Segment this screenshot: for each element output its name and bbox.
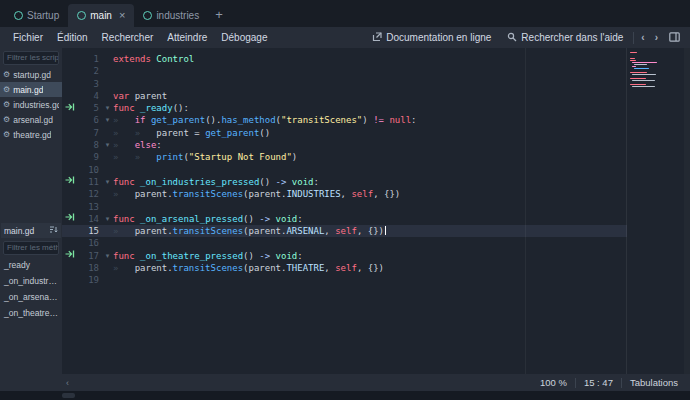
code-line-9[interactable]: 9»»print("Startup Not Found") <box>62 151 627 163</box>
code-text[interactable]: »if get_parent().has_method("transitScen… <box>113 114 417 126</box>
code-line-10[interactable]: 10 <box>62 164 627 176</box>
menu-atteindre[interactable]: Atteindre <box>160 31 214 44</box>
scripts-filter-input[interactable]: Filtrer les scripts <box>3 51 59 65</box>
code-editor[interactable]: 1extends Control234var parent5▾func _rea… <box>62 48 690 374</box>
code-text[interactable]: »parent.transitScenes(parent.ARSENAL, se… <box>113 225 386 237</box>
fold-arrow-icon[interactable]: ▾ <box>102 139 113 151</box>
gutter-breakpoint-area[interactable] <box>62 176 78 188</box>
gutter-breakpoint-area[interactable] <box>62 274 78 286</box>
vertical-scrollbar[interactable] <box>684 48 690 374</box>
gutter-breakpoint-area[interactable] <box>62 78 78 90</box>
sort-methods-icon[interactable] <box>49 225 58 236</box>
bottom-panel-chip[interactable] <box>62 393 75 398</box>
code-line-2[interactable]: 2 <box>62 65 627 77</box>
code-line-17[interactable]: 17▾func _on_theatre_pressed() -> void: <box>62 250 627 262</box>
script-item-industries-gd[interactable]: ⚙industries.gd <box>0 97 62 112</box>
new-tab-button[interactable]: + <box>208 7 230 22</box>
panel-toggle-button[interactable] <box>663 32 684 44</box>
methods-filter-input[interactable]: Filtrer les méthodes <box>3 241 59 255</box>
code-text[interactable]: func _on_arsenal_pressed() -> void: <box>113 213 303 225</box>
fold-arrow-icon[interactable]: ▾ <box>102 250 113 262</box>
script-gear-icon: ⚙ <box>3 116 10 124</box>
code-line-6[interactable]: 6▾»if get_parent().has_method("transitSc… <box>62 114 627 126</box>
code-line-15[interactable]: 15»parent.transitScenes(parent.ARSENAL, … <box>62 225 627 237</box>
hscroll-left-arrow-icon[interactable]: ‹ <box>66 378 69 388</box>
menu-edition[interactable]: Édition <box>50 31 95 44</box>
code-text[interactable]: »»parent = get_parent() <box>113 127 270 139</box>
signal-connection-icon[interactable] <box>65 102 75 115</box>
fold-arrow-icon[interactable]: ▾ <box>102 176 113 188</box>
code-text[interactable]: func _on_industries_pressed() -> void: <box>113 176 319 188</box>
code-line-7[interactable]: 7»»parent = get_parent() <box>62 127 627 139</box>
code-text[interactable]: extends Control <box>113 53 194 65</box>
code-text[interactable]: »parent.transitScenes(parent.THEATRE, se… <box>113 262 384 274</box>
code-text[interactable]: var parent <box>113 90 167 102</box>
minimap-divider[interactable] <box>626 48 627 374</box>
code-text[interactable]: »parent.transitScenes(parent.INDUSTRIES,… <box>113 188 400 200</box>
script-item-startup-gd[interactable]: ⚙startup.gd <box>0 67 62 82</box>
code-text[interactable]: func _on_theatre_pressed() -> void: <box>113 250 303 262</box>
fold-arrow-icon[interactable]: ▾ <box>102 114 113 126</box>
method-item-on-theatre-pressed[interactable]: _on_theatre_pressed <box>0 305 62 321</box>
method-item-on-arsenal-pressed[interactable]: _on_arsenal_pressed <box>0 289 62 305</box>
script-item-arsenal-gd[interactable]: ⚙arsenal.gd <box>0 112 62 127</box>
signal-connection-icon[interactable] <box>65 175 75 188</box>
code-text[interactable]: »else: <box>113 139 162 151</box>
script-gear-icon: ⚙ <box>3 71 10 79</box>
code-text[interactable]: »»print("Startup Not Found") <box>113 151 297 163</box>
code-line-3[interactable]: 3 <box>62 78 627 90</box>
gutter-breakpoint-area[interactable] <box>62 127 78 139</box>
method-item-ready[interactable]: _ready <box>0 257 62 273</box>
tab-close-icon[interactable]: × <box>119 10 125 21</box>
code-line-18[interactable]: 18»parent.transitScenes(parent.THEATRE, … <box>62 262 627 274</box>
signal-connection-icon[interactable] <box>65 212 75 225</box>
gutter-breakpoint-area[interactable] <box>62 237 78 249</box>
minimap[interactable] <box>630 52 656 90</box>
code-line-13[interactable]: 13 <box>62 201 627 213</box>
menu-rechercher[interactable]: Rechercher <box>95 31 161 44</box>
zoom-level[interactable]: 100 % <box>532 377 575 388</box>
history-back-button[interactable]: ‹ <box>636 32 649 43</box>
gutter-breakpoint-area[interactable] <box>62 262 78 274</box>
tab-startup[interactable]: Startup <box>5 4 68 27</box>
script-item-theatre-gd[interactable]: ⚙theatre.gd <box>0 127 62 142</box>
fold-arrow-icon[interactable]: ▾ <box>102 213 113 225</box>
code-line-14[interactable]: 14▾func _on_arsenal_pressed() -> void: <box>62 213 627 225</box>
code-line-8[interactable]: 8▾»else: <box>62 139 627 151</box>
method-item-on-industries-pressed[interactable]: _on_industries_pressed <box>0 273 62 289</box>
history-forward-button[interactable]: › <box>650 32 663 43</box>
methods-panel-header[interactable]: main.gd <box>1 223 61 238</box>
tab-main[interactable]: main× <box>68 4 134 27</box>
gutter-breakpoint-area[interactable] <box>62 164 78 176</box>
script-name: startup.gd <box>13 70 51 80</box>
gutter-breakpoint-area[interactable] <box>62 151 78 163</box>
gutter-breakpoint-area[interactable] <box>62 114 78 126</box>
tab-industries[interactable]: industries <box>134 4 208 27</box>
gutter-breakpoint-area[interactable] <box>62 250 78 262</box>
gutter-breakpoint-area[interactable] <box>62 225 78 237</box>
code-line-5[interactable]: 5▾func _ready(): <box>62 102 627 114</box>
indent-type-button[interactable]: Tabulations <box>622 377 686 388</box>
fold-arrow-icon[interactable]: ▾ <box>102 102 113 114</box>
code-line-12[interactable]: 12»parent.transitScenes(parent.INDUSTRIE… <box>62 188 627 200</box>
gutter-breakpoint-area[interactable] <box>62 102 78 114</box>
online-docs-button[interactable]: Documentation en ligne <box>364 32 499 44</box>
code-text[interactable]: func _ready(): <box>113 102 189 114</box>
gutter-breakpoint-area[interactable] <box>62 188 78 200</box>
gutter-breakpoint-area[interactable] <box>62 53 78 65</box>
code-line-1[interactable]: 1extends Control <box>62 53 627 65</box>
gutter-breakpoint-area[interactable] <box>62 90 78 102</box>
script-item-main-gd[interactable]: ⚙main.gd <box>0 82 62 97</box>
code-line-16[interactable]: 16 <box>62 237 627 249</box>
code-line-19[interactable]: 19 <box>62 274 627 286</box>
menu-fichier[interactable]: Fichier <box>6 31 50 44</box>
search-help-button[interactable]: Rechercher dans l'aide <box>499 32 631 44</box>
signal-connection-icon[interactable] <box>65 249 75 262</box>
gutter-breakpoint-area[interactable] <box>62 65 78 77</box>
gutter-breakpoint-area[interactable] <box>62 201 78 213</box>
code-line-4[interactable]: 4var parent <box>62 90 627 102</box>
menu-debogage[interactable]: Débogage <box>214 31 274 44</box>
code-line-11[interactable]: 11▾func _on_industries_pressed() -> void… <box>62 176 627 188</box>
gutter-breakpoint-area[interactable] <box>62 213 78 225</box>
gutter-breakpoint-area[interactable] <box>62 139 78 151</box>
